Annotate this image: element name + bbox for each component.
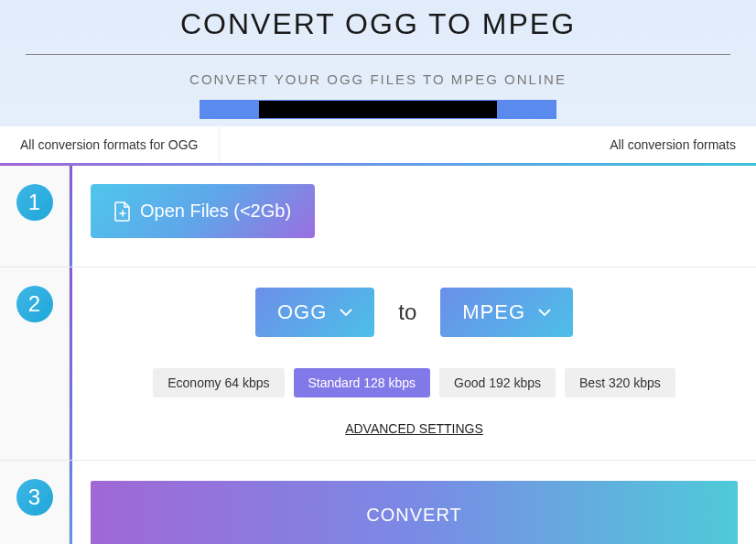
from-format-label: OGG <box>277 300 327 324</box>
step-number: 1 <box>16 184 53 221</box>
quality-good[interactable]: Good 192 kbps <box>439 368 556 397</box>
step-number: 3 <box>16 479 53 516</box>
header-ad-bar <box>200 100 556 119</box>
chevron-down-icon <box>340 309 352 317</box>
format-tabs: All conversion formats for OGG All conve… <box>0 126 756 163</box>
format-tab-spacer <box>220 126 590 163</box>
page-title: CONVERT OGG TO MPEG <box>0 7 756 41</box>
step-content: CONVERT <box>72 461 756 544</box>
format-row: OGG to MPEG <box>91 288 738 337</box>
format-tab-right[interactable]: All conversion formats <box>589 126 756 163</box>
to-format-label: MPEG <box>462 300 525 324</box>
quality-economy[interactable]: Economy 64 kbps <box>153 368 284 397</box>
header-ad-inner <box>259 101 497 118</box>
to-label: to <box>398 299 416 325</box>
chevron-down-icon <box>538 309 551 317</box>
step-num-col: 1 <box>0 166 70 267</box>
quality-standard[interactable]: Standard 128 kbps <box>294 368 431 397</box>
divider <box>26 54 730 55</box>
to-format-select[interactable]: MPEG <box>440 288 573 337</box>
open-files-label: Open Files (<2Gb) <box>140 201 291 222</box>
step-2: 2 OGG to MPEG Economy <box>0 267 756 461</box>
step-1: 1 Open Files (<2Gb) <box>0 166 756 267</box>
page-subtitle: CONVERT YOUR OGG FILES TO MPEG ONLINE <box>0 71 756 87</box>
format-tab-ogg[interactable]: All conversion formats for OGG <box>0 126 220 163</box>
step-num-col: 3 <box>0 461 70 544</box>
open-files-button[interactable]: Open Files (<2Gb) <box>91 184 315 238</box>
steps-container: 1 Open Files (<2Gb) 2 OGG <box>0 163 756 544</box>
step-content: Open Files (<2Gb) <box>72 166 756 267</box>
convert-button[interactable]: CONVERT <box>91 481 738 544</box>
file-add-icon <box>114 201 131 222</box>
step-content: OGG to MPEG Economy 64 kbps Standard 128… <box>72 267 756 460</box>
quality-best[interactable]: Best 320 kbps <box>565 368 675 397</box>
header: CONVERT OGG TO MPEG CONVERT YOUR OGG FIL… <box>0 0 756 119</box>
advanced-settings-link[interactable]: ADVANCED SETTINGS <box>91 421 738 436</box>
step-num-col: 2 <box>0 267 70 460</box>
step-number: 2 <box>16 286 53 322</box>
quality-row: Economy 64 kbps Standard 128 kbps Good 1… <box>91 368 738 397</box>
step-3: 3 CONVERT <box>0 461 756 544</box>
from-format-select[interactable]: OGG <box>255 288 374 337</box>
